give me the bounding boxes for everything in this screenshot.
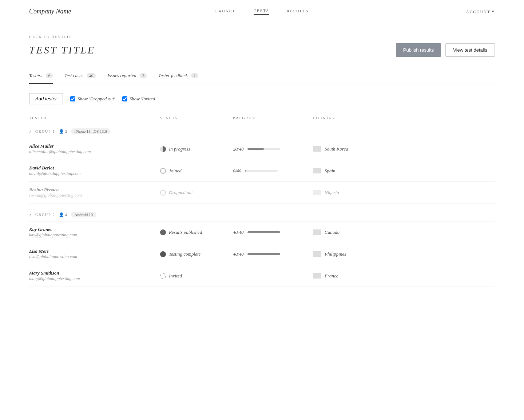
- flag-lisa: [313, 251, 321, 257]
- flag-alice: [313, 146, 321, 152]
- tester-email-lisa: lisa@globalapptesting.com: [29, 254, 160, 260]
- status-dot-alice: [160, 146, 166, 152]
- toolbar: Add tester Show 'Dropped out' Show 'Invi…: [29, 93, 495, 104]
- view-test-details-button[interactable]: View test details: [445, 43, 495, 57]
- tester-status-lisa: Testing complete: [160, 251, 233, 257]
- add-tester-button[interactable]: Add tester: [29, 93, 63, 104]
- show-invited-checkbox[interactable]: [122, 96, 127, 101]
- table-header: Tester Status Progress Country: [29, 113, 495, 123]
- person-icon-2: 👤: [59, 212, 64, 217]
- nav-link-launch[interactable]: Launch: [215, 9, 237, 15]
- group-row-2: ∧ Group 2 👤 4 Android 10: [29, 207, 495, 221]
- account-label: Account: [466, 9, 491, 14]
- tester-name-alice: Alice Muller: [29, 143, 160, 149]
- tester-progress-david: 0/40: [233, 168, 313, 174]
- progress-fill-kay: [247, 231, 280, 233]
- status-dot-rosina: [160, 190, 166, 196]
- tester-info-lisa: Lisa Mort lisa@globalapptesting.com: [29, 248, 160, 260]
- nav-links: Launch Tests Results: [215, 8, 309, 15]
- group-row-1: ∧ Group 1 👤 2 iPhone 13, iOS 13.6: [29, 123, 495, 138]
- navigation: Company Name Launch Tests Results Accoun…: [0, 0, 524, 23]
- group2-count: 👤 4: [59, 212, 67, 217]
- show-dropped-checkbox-label[interactable]: Show 'Dropped out': [70, 96, 115, 102]
- flag-david: [313, 168, 321, 173]
- company-logo[interactable]: Company Name: [29, 8, 215, 15]
- page-header: Test Title Publish results View test det…: [29, 43, 495, 57]
- col-header-tester: Tester: [29, 116, 160, 120]
- progress-bar-lisa: [247, 253, 280, 255]
- group1-label: Group 1: [35, 129, 55, 133]
- publish-results-button[interactable]: Publish results: [396, 43, 441, 57]
- group2-label: Group 2: [35, 213, 55, 217]
- tester-info-mary: Mary Smithson mary@globalapptesting.com: [29, 270, 160, 281]
- nav-link-tests[interactable]: Tests: [254, 8, 269, 15]
- col-header-country: Country: [313, 116, 386, 120]
- tester-country-kay: Canada: [313, 229, 386, 235]
- tester-info-david: David Berlot david@globalapptesting.com: [29, 165, 160, 176]
- tester-status-rosina: Dropped out: [160, 190, 233, 196]
- tab-testers[interactable]: Testers 6: [29, 68, 53, 84]
- show-invited-checkbox-label[interactable]: Show 'Invited': [122, 96, 156, 102]
- tester-row-rosina: Rosina Pissaco rosina@globalapptesting.c…: [29, 182, 495, 204]
- flag-rosina: [313, 190, 321, 195]
- tester-info-alice: Alice Muller alicemuller@globalapptestin…: [29, 143, 160, 155]
- tester-progress-alice: 20/40: [233, 146, 313, 152]
- tester-email-david: david@globalapptesting.com: [29, 171, 160, 176]
- tester-email-mary: mary@globalapptesting.com: [29, 276, 160, 281]
- tester-name-kay: Kay Granec: [29, 227, 160, 232]
- group1-device-badge: iPhone 13, iOS 13.6: [71, 128, 111, 134]
- tab-tester-feedback[interactable]: Tester feedback 1: [158, 68, 198, 84]
- group2-collapse-icon[interactable]: ∧: [29, 213, 32, 217]
- tab-test-cases[interactable]: Test cases 40: [64, 68, 96, 84]
- flag-kay: [313, 229, 321, 235]
- test-cases-count-badge: 40: [87, 73, 96, 78]
- tester-name-lisa: Lisa Mort: [29, 248, 160, 254]
- col-header-progress: Progress: [233, 116, 313, 120]
- nav-link-results[interactable]: Results: [287, 9, 309, 15]
- tester-name-mary: Mary Smithson: [29, 270, 160, 276]
- tester-row-lisa: Lisa Mort lisa@globalapptesting.com Test…: [29, 243, 495, 265]
- tab-issues-reported[interactable]: Issues reported 7: [107, 68, 147, 84]
- tester-progress-kay: 40/40: [233, 229, 313, 235]
- tester-info-kay: Kay Granec kay@globalapptesting.com: [29, 227, 160, 238]
- tester-email-rosina: rosina@globalapptesting.com: [29, 193, 160, 198]
- progress-bar-kay: [247, 231, 280, 233]
- group2-device-badge: Android 10: [71, 212, 96, 217]
- tester-progress-lisa: 40/40: [233, 251, 313, 257]
- progress-bar-alice: [247, 148, 280, 150]
- tester-email-alice: alicemuller@globalapptesting.com: [29, 149, 160, 155]
- back-link[interactable]: Back to results: [29, 35, 495, 39]
- tester-row-alice: Alice Muller alicemuller@globalapptestin…: [29, 138, 495, 160]
- tester-country-lisa: Philippines: [313, 251, 386, 257]
- status-dot-lisa: [160, 251, 166, 257]
- tester-country-alice: South Korea: [313, 146, 386, 152]
- tester-status-alice: In progress: [160, 146, 233, 152]
- tester-row-david: David Berlot david@globalapptesting.com …: [29, 160, 495, 182]
- account-menu[interactable]: Account ▾: [309, 9, 495, 14]
- progress-fill-alice: [247, 148, 264, 150]
- group1-collapse-icon[interactable]: ∧: [29, 129, 32, 133]
- page-title: Test Title: [29, 44, 95, 56]
- progress-fill-david: [245, 170, 246, 172]
- main-content: Back to results Test Title Publish resul…: [0, 23, 524, 299]
- tester-country-david: Spain: [313, 168, 386, 174]
- tester-row-mary: Mary Smithson mary@globalapptesting.com …: [29, 265, 495, 287]
- progress-bar-david: [245, 170, 278, 172]
- tester-status-david: Joined: [160, 168, 233, 174]
- header-buttons: Publish results View test details: [396, 43, 495, 57]
- tester-name-rosina: Rosina Pissaco: [29, 187, 160, 193]
- tester-email-kay: kay@globalapptesting.com: [29, 232, 160, 238]
- show-dropped-checkbox[interactable]: [70, 96, 75, 101]
- status-dot-david: [160, 168, 166, 174]
- status-dot-mary: [160, 273, 166, 279]
- flag-mary: [313, 273, 321, 279]
- issues-count-badge: 7: [140, 73, 147, 78]
- progress-fill-lisa: [247, 253, 280, 255]
- tester-status-mary: Invited: [160, 273, 233, 279]
- chevron-down-icon: ▾: [492, 9, 495, 14]
- testers-count-badge: 6: [46, 73, 53, 78]
- col-header-status: Status: [160, 116, 233, 120]
- tester-info-rosina: Rosina Pissaco rosina@globalapptesting.c…: [29, 187, 160, 198]
- tester-status-kay: Results published: [160, 229, 233, 235]
- tester-name-david: David Berlot: [29, 165, 160, 171]
